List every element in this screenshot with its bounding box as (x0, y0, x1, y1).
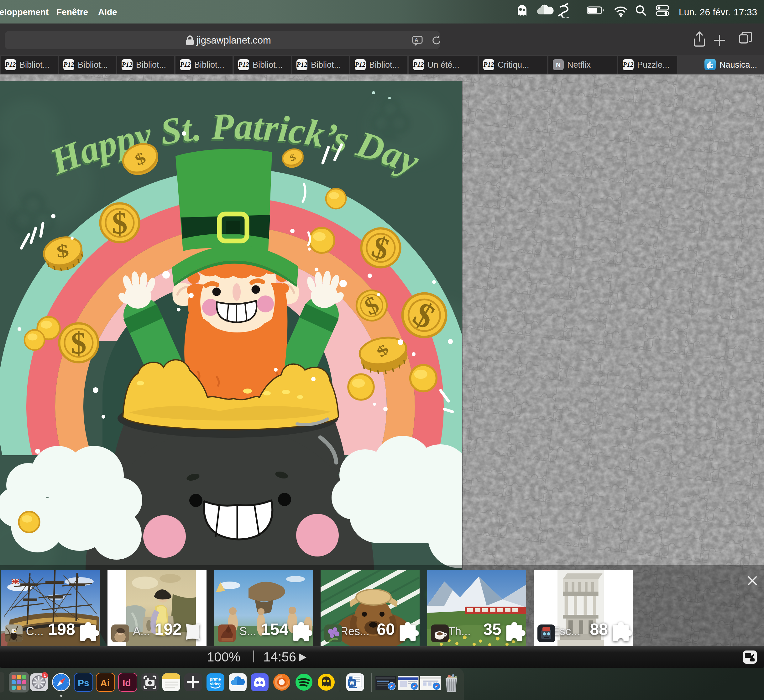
svg-text:Ps: Ps (78, 678, 89, 688)
svg-text:video: video (210, 681, 221, 686)
svg-text:Ai: Ai (100, 678, 110, 688)
svg-text:A: A (415, 37, 418, 42)
svg-text:1: 1 (44, 673, 46, 678)
svg-text:$: $ (55, 241, 70, 262)
svg-text:W: W (349, 680, 355, 686)
svg-text:Id: Id (122, 678, 131, 688)
svg-text:prime: prime (210, 677, 221, 681)
